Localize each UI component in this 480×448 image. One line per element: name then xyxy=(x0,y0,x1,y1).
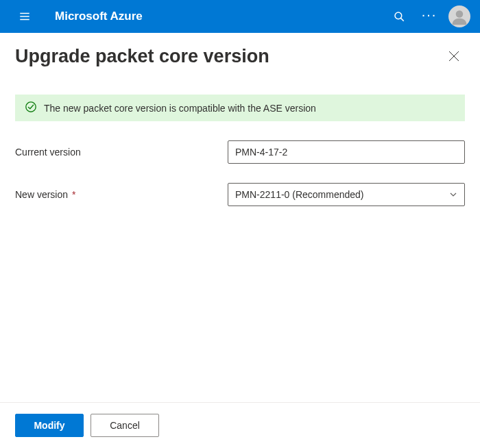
search-icon[interactable] xyxy=(384,3,414,30)
new-version-label-text: New version xyxy=(15,189,68,200)
modify-button[interactable]: Modify xyxy=(15,414,84,437)
footer-actions: Modify Cancel xyxy=(0,402,480,448)
svg-point-3 xyxy=(395,12,402,19)
avatar[interactable] xyxy=(448,5,470,27)
status-banner: The new packet core version is compatibl… xyxy=(15,95,465,121)
svg-point-8 xyxy=(26,102,36,112)
page-header: Upgrade packet core version xyxy=(0,33,480,71)
svg-point-5 xyxy=(456,10,464,18)
content-area: The new packet core version is compatibl… xyxy=(0,71,480,402)
more-icon[interactable]: ··· xyxy=(414,3,444,30)
new-version-row: New version * PMN-2211-0 (Recommended) xyxy=(15,183,465,206)
svg-line-4 xyxy=(400,18,403,21)
cancel-button[interactable]: Cancel xyxy=(91,414,159,437)
page-title: Upgrade packet core version xyxy=(15,46,443,67)
current-version-label: Current version xyxy=(15,147,228,158)
current-version-row: Current version xyxy=(15,140,465,164)
close-button[interactable] xyxy=(443,45,465,67)
current-version-input[interactable] xyxy=(228,140,465,164)
chevron-down-icon xyxy=(449,190,457,199)
top-nav: Microsoft Azure ··· xyxy=(0,0,480,33)
check-circle-icon xyxy=(25,101,37,115)
new-version-selected: PMN-2211-0 (Recommended) xyxy=(235,189,449,200)
new-version-label: New version * xyxy=(15,189,228,200)
new-version-select[interactable]: PMN-2211-0 (Recommended) xyxy=(228,183,465,206)
required-indicator: * xyxy=(72,189,75,200)
banner-message: The new packet core version is compatibl… xyxy=(44,103,316,114)
brand-title[interactable]: Microsoft Azure xyxy=(55,10,143,23)
menu-icon[interactable] xyxy=(11,3,38,30)
